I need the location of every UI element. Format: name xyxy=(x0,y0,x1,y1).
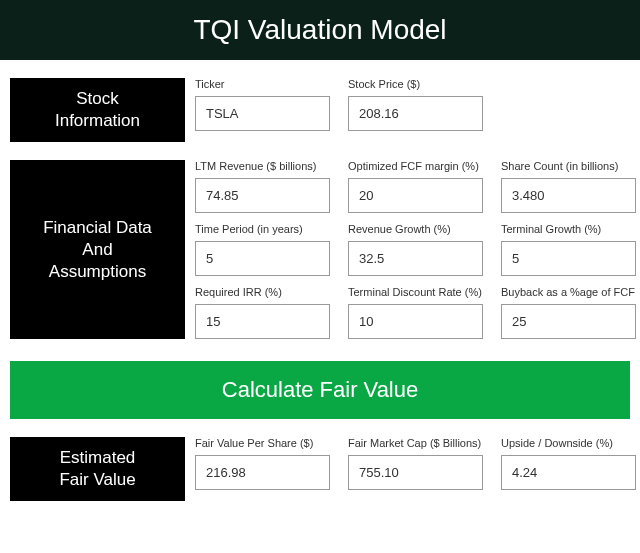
estimated-section: EstimatedFair Value Fair Value Per Share… xyxy=(0,437,640,501)
time-period-input[interactable] xyxy=(195,241,330,276)
buyback-input[interactable] xyxy=(501,304,636,339)
terminal-growth-label: Terminal Growth (%) xyxy=(501,223,636,235)
buyback-label: Buyback as a %age of FCF xyxy=(501,286,636,298)
upside-downside-label: Upside / Downside (%) xyxy=(501,437,636,449)
revenue-growth-input[interactable] xyxy=(348,241,483,276)
fair-market-cap-output xyxy=(348,455,483,490)
time-period-label: Time Period (in years) xyxy=(195,223,330,235)
terminal-growth-input[interactable] xyxy=(501,241,636,276)
required-irr-label: Required IRR (%) xyxy=(195,286,330,298)
financial-section: Financial DataAndAssumptions LTM Revenue… xyxy=(0,160,640,339)
page-title: TQI Valuation Model xyxy=(0,0,640,60)
revenue-growth-label: Revenue Growth (%) xyxy=(348,223,483,235)
upside-downside-output xyxy=(501,455,636,490)
ltm-revenue-label: LTM Revenue ($ billions) xyxy=(195,160,330,172)
estimated-heading: EstimatedFair Value xyxy=(10,437,185,501)
fair-value-per-share-label: Fair Value Per Share ($) xyxy=(195,437,330,449)
financial-heading: Financial DataAndAssumptions xyxy=(10,160,185,339)
ticker-label: Ticker xyxy=(195,78,330,90)
fcf-margin-label: Optimized FCF margin (%) xyxy=(348,160,483,172)
fair-value-per-share-output xyxy=(195,455,330,490)
calculate-button[interactable]: Calculate Fair Value xyxy=(10,361,630,419)
stock-info-heading: StockInformation xyxy=(10,78,185,142)
fcf-margin-input[interactable] xyxy=(348,178,483,213)
required-irr-input[interactable] xyxy=(195,304,330,339)
terminal-discount-label: Terminal Discount Rate (%) xyxy=(348,286,483,298)
share-count-input[interactable] xyxy=(501,178,636,213)
ltm-revenue-input[interactable] xyxy=(195,178,330,213)
stock-info-section: StockInformation Ticker Stock Price ($) xyxy=(0,78,640,142)
ticker-input[interactable] xyxy=(195,96,330,131)
share-count-label: Share Count (in billions) xyxy=(501,160,636,172)
terminal-discount-input[interactable] xyxy=(348,304,483,339)
stock-price-input[interactable] xyxy=(348,96,483,131)
fair-market-cap-label: Fair Market Cap ($ Billions) xyxy=(348,437,483,449)
stock-price-label: Stock Price ($) xyxy=(348,78,483,90)
